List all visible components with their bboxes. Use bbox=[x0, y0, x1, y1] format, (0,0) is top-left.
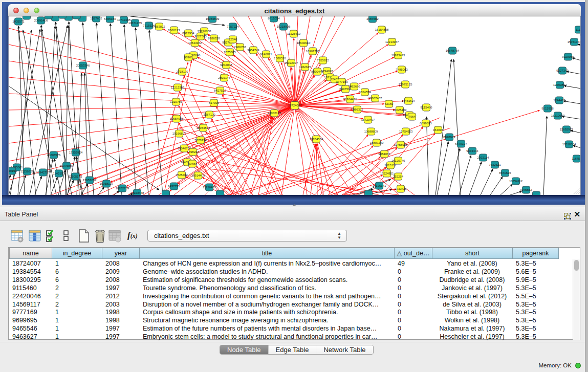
svg-text:7625402: 7625402 bbox=[176, 173, 188, 177]
svg-text:1145190: 1145190 bbox=[53, 172, 66, 175]
svg-text:99489: 99489 bbox=[188, 162, 197, 165]
svg-text:0699695: 0699695 bbox=[420, 122, 432, 125]
svg-text:11156829: 11156829 bbox=[20, 170, 34, 173]
svg-text:10654112: 10654112 bbox=[509, 180, 523, 183]
svg-text:19754923: 19754923 bbox=[399, 130, 413, 133]
svg-text:7462660: 7462660 bbox=[348, 85, 360, 88]
svg-text:19384554: 19384554 bbox=[310, 138, 323, 141]
svg-text:8938923: 8938923 bbox=[443, 136, 455, 139]
svg-text:14463627: 14463627 bbox=[402, 99, 416, 102]
svg-text:1405571: 1405571 bbox=[12, 20, 25, 23]
svg-text:5878334: 5878334 bbox=[194, 139, 207, 142]
svg-text:9329966: 9329966 bbox=[562, 55, 574, 58]
svg-text:9227343: 9227343 bbox=[556, 69, 569, 72]
svg-text:13524851: 13524851 bbox=[380, 172, 394, 175]
svg-text:7986322: 7986322 bbox=[351, 108, 363, 111]
svg-text:6794028: 6794028 bbox=[321, 70, 333, 73]
svg-text:18640910: 18640910 bbox=[297, 41, 311, 45]
svg-text:2933114: 2933114 bbox=[477, 156, 490, 159]
svg-text:10543362: 10543362 bbox=[188, 41, 202, 45]
svg-text:1527602: 1527602 bbox=[90, 17, 102, 20]
svg-text:1498222: 1498222 bbox=[187, 150, 199, 154]
svg-text:1362615: 1362615 bbox=[299, 65, 311, 69]
svg-text:1244415: 1244415 bbox=[553, 99, 565, 102]
svg-text:16914409: 16914409 bbox=[191, 174, 205, 177]
svg-text:8186328: 8186328 bbox=[208, 37, 220, 40]
svg-text:7357224: 7357224 bbox=[227, 25, 239, 28]
svg-text:12942757: 12942757 bbox=[36, 171, 50, 174]
svg-text:6479197: 6479197 bbox=[455, 142, 467, 145]
svg-text:19975887: 19975887 bbox=[60, 164, 74, 167]
svg-text:98961: 98961 bbox=[184, 56, 193, 59]
svg-text:6466160: 6466160 bbox=[104, 17, 116, 20]
svg-text:10973493: 10973493 bbox=[391, 54, 405, 57]
svg-text:11716485: 11716485 bbox=[203, 186, 216, 189]
svg-text:7663822: 7663822 bbox=[153, 25, 165, 28]
svg-text:16961758: 16961758 bbox=[306, 50, 320, 53]
svg-text:12975125: 12975125 bbox=[399, 83, 412, 86]
svg-text:2087682: 2087682 bbox=[366, 17, 379, 20]
svg-text:20053346: 20053346 bbox=[76, 64, 90, 67]
svg-text:817006: 817006 bbox=[209, 101, 220, 104]
svg-text:11325419: 11325419 bbox=[287, 32, 301, 35]
svg-text:17359924: 17359924 bbox=[69, 151, 83, 154]
svg-text:1733426: 1733426 bbox=[395, 187, 407, 190]
svg-text:12213967: 12213967 bbox=[385, 40, 399, 43]
svg-text:19166827: 19166827 bbox=[172, 132, 186, 135]
svg-text:20206576: 20206576 bbox=[47, 154, 61, 157]
svg-text:10958127: 10958127 bbox=[100, 182, 114, 185]
svg-text:10671355: 10671355 bbox=[128, 21, 142, 25]
svg-text:10807487: 10807487 bbox=[368, 97, 382, 100]
svg-text:10025433: 10025433 bbox=[393, 108, 407, 112]
svg-text:7485063: 7485063 bbox=[396, 68, 408, 71]
svg-text:3454749: 3454749 bbox=[247, 49, 259, 52]
svg-text:16210643: 16210643 bbox=[551, 114, 565, 117]
svg-text:62160: 62160 bbox=[385, 102, 394, 105]
svg-text:7964: 7964 bbox=[408, 115, 416, 118]
svg-text:20691406: 20691406 bbox=[34, 19, 48, 22]
svg-text:15692971: 15692971 bbox=[560, 128, 574, 131]
svg-text:3267130: 3267130 bbox=[203, 113, 215, 116]
svg-text:15720407: 15720407 bbox=[361, 118, 375, 121]
svg-text:7632621: 7632621 bbox=[489, 163, 501, 166]
svg-text:9146821: 9146821 bbox=[260, 53, 272, 56]
svg-text:9527505: 9527505 bbox=[194, 35, 207, 38]
svg-text:9777169: 9777169 bbox=[336, 80, 348, 83]
svg-text:8660123: 8660123 bbox=[168, 29, 180, 32]
svg-text:16053809: 16053809 bbox=[206, 17, 220, 20]
svg-text:8813054: 8813054 bbox=[268, 17, 280, 20]
svg-text:2803144: 2803144 bbox=[218, 76, 230, 79]
svg-text:10756928: 10756928 bbox=[394, 143, 408, 146]
svg-text:18807249: 18807249 bbox=[370, 141, 384, 144]
svg-text:116753: 116753 bbox=[572, 157, 581, 160]
svg-text:9242848: 9242848 bbox=[220, 63, 232, 67]
svg-text:9084067: 9084067 bbox=[378, 152, 390, 156]
svg-text:19218906: 19218906 bbox=[277, 25, 291, 28]
svg-text:252254: 252254 bbox=[393, 175, 404, 178]
svg-text:1010755: 1010755 bbox=[170, 100, 182, 103]
svg-text:9245652: 9245652 bbox=[520, 188, 532, 191]
svg-text:8471626: 8471626 bbox=[499, 171, 511, 174]
svg-text:8427512: 8427512 bbox=[214, 89, 226, 92]
svg-text:13654983: 13654983 bbox=[170, 117, 184, 120]
svg-text:23002135: 23002135 bbox=[268, 112, 281, 115]
svg-text:16648764: 16648764 bbox=[446, 49, 460, 52]
svg-text:17016504: 17016504 bbox=[562, 143, 576, 146]
svg-text:18724007: 18724007 bbox=[288, 104, 302, 107]
svg-text:1588520: 1588520 bbox=[274, 57, 286, 60]
svg-text:10688609: 10688609 bbox=[364, 130, 378, 133]
svg-text:9474444: 9474444 bbox=[466, 149, 478, 152]
svg-text:12093832: 12093832 bbox=[553, 83, 567, 86]
svg-text:16154808: 16154808 bbox=[375, 28, 389, 31]
svg-text:2718170: 2718170 bbox=[176, 70, 188, 73]
svg-text:14136141: 14136141 bbox=[373, 184, 386, 187]
svg-text:12346: 12346 bbox=[229, 38, 237, 41]
svg-text:8912954: 8912954 bbox=[182, 32, 194, 35]
svg-text:939151: 939151 bbox=[9, 169, 17, 172]
svg-text:17957253: 17957253 bbox=[83, 179, 97, 182]
svg-text:16120746: 16120746 bbox=[391, 159, 405, 162]
svg-text:164095: 164095 bbox=[433, 128, 444, 132]
svg-text:9115460: 9115460 bbox=[421, 106, 433, 109]
svg-text:1112: 1112 bbox=[576, 28, 581, 31]
svg-text:15751074: 15751074 bbox=[568, 40, 581, 43]
